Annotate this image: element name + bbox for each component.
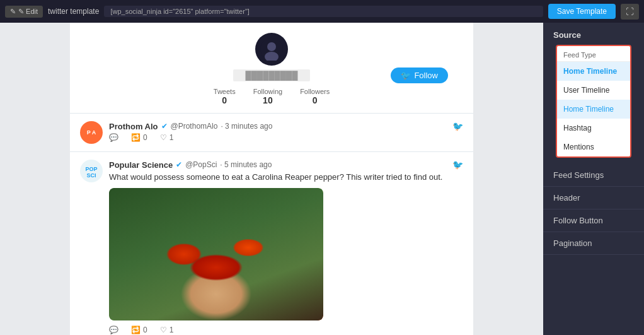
- followers-stat: Followers 0: [300, 88, 330, 105]
- like-icon-1: ♡: [160, 133, 167, 142]
- follow-button-label: Follow Button: [553, 216, 603, 225]
- sidebar-item-feed-settings[interactable]: Feed Settings: [543, 164, 644, 187]
- pagination-label: Pagination: [553, 238, 592, 248]
- verified-icon-2: ✔: [176, 160, 182, 169]
- avatar: [255, 33, 288, 66]
- twitter-bird-icon: 🐦: [401, 71, 411, 80]
- retweet-count-1: 0: [143, 133, 147, 142]
- tweet-avatar-1: P A: [80, 121, 103, 144]
- reply-action-1[interactable]: 💬: [109, 133, 118, 142]
- pepper-image: [109, 188, 323, 320]
- twitter-link-1[interactable]: 🐦: [452, 121, 463, 131]
- tweet-text-2: What would possess someone to eat a Caro…: [109, 172, 463, 183]
- reply-action-2[interactable]: 💬: [109, 326, 118, 334]
- feed-type-option-home-highlighted[interactable]: Home Timeline: [557, 100, 630, 119]
- tweet-handle-1: @ProthomAlo: [171, 122, 218, 131]
- sidebar-item-pagination[interactable]: Pagination: [543, 232, 644, 255]
- tweet-actions-2: 💬 🔁 0 ♡ 1: [109, 326, 463, 334]
- save-template-button[interactable]: Save Template: [548, 4, 616, 19]
- tweet-row: POPSCI Popular Science ✔ @PopSci · 5 min…: [70, 152, 473, 335]
- follow-label: Follow: [414, 71, 438, 80]
- header-label: Header: [553, 193, 580, 203]
- twitter-widget: █████████ 🐦 Follow Tweets 0 Following 10: [70, 23, 473, 335]
- tweet-image-placeholder: [109, 188, 323, 320]
- like-count-2: 1: [170, 326, 174, 334]
- edit-label: ✎ Edit: [18, 8, 38, 16]
- shortcode-field[interactable]: [wp_social_ninja id="2615" platform="twi…: [104, 6, 543, 17]
- feed-type-option-mentions[interactable]: Mentions: [557, 138, 630, 156]
- sidebar: Source ➡ Feed Type Home Timeline User Ti…: [543, 23, 644, 335]
- top-bar: ✎ ✎ Edit twitter template [wp_social_nin…: [0, 0, 644, 23]
- followers-label: Followers: [300, 88, 330, 95]
- tweet-author-1: Prothom Alo: [109, 122, 158, 131]
- reply-icon-1: 💬: [109, 133, 118, 142]
- twitter-link-2[interactable]: 🐦: [452, 160, 463, 170]
- template-title: twitter template: [48, 7, 99, 16]
- like-action-2[interactable]: ♡ 1: [160, 326, 174, 334]
- svg-point-1: [267, 42, 276, 51]
- tweets-stat: Tweets 0: [214, 88, 236, 105]
- sidebar-item-header[interactable]: Header: [543, 187, 644, 209]
- source-title: Source: [543, 23, 644, 45]
- tweet-time-2: · 5 minutes ago: [220, 160, 272, 169]
- preview-area: █████████ 🐦 Follow Tweets 0 Following 10: [0, 23, 543, 335]
- feed-type-option-hashtag[interactable]: Hashtag: [557, 119, 630, 138]
- main-layout: █████████ 🐦 Follow Tweets 0 Following 10: [0, 23, 644, 335]
- tweets-label: Tweets: [214, 88, 236, 95]
- profile-name: █████████: [233, 69, 311, 81]
- tweet-header-2: Popular Science ✔ @PopSci · 5 minutes ag…: [109, 160, 463, 170]
- tweet-header-1: Prothom Alo ✔ @ProthomAlo · 3 minutes ag…: [109, 121, 463, 131]
- followers-value: 0: [313, 95, 318, 105]
- tweets-value: 0: [222, 95, 227, 105]
- like-count-1: 1: [170, 133, 174, 142]
- retweet-action-2[interactable]: 🔁 0: [131, 326, 147, 334]
- following-value: 10: [263, 95, 273, 105]
- profile-header: █████████ 🐦 Follow Tweets 0 Following 10: [70, 23, 473, 114]
- like-action-1[interactable]: ♡ 1: [160, 133, 174, 142]
- retweet-count-2: 0: [143, 326, 147, 334]
- feed-type-option-home-selected[interactable]: Home Timeline: [557, 62, 630, 81]
- feed-type-dropdown[interactable]: Feed Type Home Timeline User Timeline Ho…: [556, 45, 631, 158]
- feed-type-label: Feed Type: [557, 46, 630, 62]
- tweet-handle-2: @PopSci: [185, 160, 217, 169]
- edit-button[interactable]: ✎ ✎ Edit: [5, 6, 43, 18]
- like-icon-2: ♡: [160, 326, 167, 334]
- feed-type-option-user[interactable]: User Timeline: [557, 81, 630, 100]
- following-stat: Following 10: [253, 88, 282, 105]
- tweet-row: P A Prothom Alo ✔ @ProthomAlo · 3 minute…: [70, 114, 473, 152]
- verified-icon-1: ✔: [161, 122, 168, 131]
- tweet-image-2: [109, 188, 323, 320]
- tweet-avatar-2: POPSCI: [80, 160, 103, 182]
- edit-icon: ✎: [10, 8, 16, 16]
- feed-settings-label: Feed Settings: [553, 170, 604, 180]
- tweet-content-1: Prothom Alo ✔ @ProthomAlo · 3 minutes ag…: [109, 121, 463, 144]
- following-label: Following: [253, 88, 282, 95]
- profile-stats: Tweets 0 Following 10 Followers 0: [214, 88, 330, 105]
- reply-icon-2: 💬: [109, 326, 118, 334]
- sidebar-item-follow-button[interactable]: Follow Button: [543, 209, 644, 232]
- follow-button[interactable]: 🐦 Follow: [391, 68, 448, 83]
- tweet-time-1: · 3 minutes ago: [221, 122, 272, 131]
- tweet-actions-1: 💬 🔁 0 ♡ 1: [109, 133, 463, 142]
- retweet-icon-1: 🔁: [131, 133, 141, 142]
- profile-name-row: █████████ 🐦 Follow: [83, 69, 461, 81]
- retweet-icon-2: 🔁: [131, 326, 141, 334]
- feed-type-wrapper: ➡ Feed Type Home Timeline User Timeline …: [543, 45, 644, 164]
- tweet-content-2: Popular Science ✔ @PopSci · 5 minutes ag…: [109, 160, 463, 334]
- tweet-author-2: Popular Science: [109, 160, 173, 170]
- fullscreen-button[interactable]: ⛶: [621, 4, 639, 20]
- retweet-action-1[interactable]: 🔁 0: [131, 133, 147, 142]
